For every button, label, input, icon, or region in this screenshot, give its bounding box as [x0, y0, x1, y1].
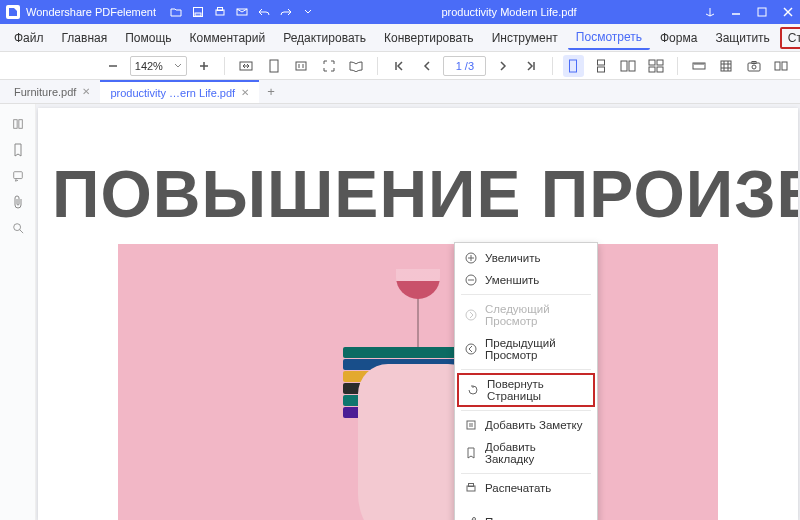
- minus-circle-icon: [465, 274, 477, 286]
- menu-edit[interactable]: Редактировать: [275, 27, 374, 49]
- menu-tool[interactable]: Инструмент: [484, 27, 566, 49]
- ctx-zoom-in[interactable]: Увеличить: [455, 247, 597, 269]
- arrow-right-circle-icon: [465, 309, 477, 321]
- zoom-out-button[interactable]: [102, 55, 124, 77]
- ctx-share[interactable]: Поделиться: [455, 511, 597, 520]
- ctx-next-view: Следующий Просмотр: [455, 298, 597, 332]
- svg-rect-34: [782, 62, 787, 70]
- add-tab-button[interactable]: +: [259, 80, 283, 103]
- svg-rect-23: [629, 61, 635, 71]
- tab-furniture[interactable]: Furniture.pdf ✕: [4, 80, 100, 103]
- menu-page[interactable]: Страница: [780, 27, 800, 49]
- menu-convert[interactable]: Конвертировать: [376, 27, 482, 49]
- zoom-select[interactable]: 142%: [130, 56, 187, 76]
- maximize-icon[interactable]: [756, 6, 768, 18]
- first-page-icon[interactable]: [388, 55, 410, 77]
- titlebar: Wondershare PDFelement productivity Mode…: [0, 0, 800, 24]
- close-tab-icon[interactable]: ✕: [241, 87, 249, 98]
- search-icon[interactable]: [12, 222, 24, 234]
- print-icon[interactable]: [214, 6, 226, 18]
- svg-rect-29: [721, 61, 731, 71]
- menu-comment[interactable]: Комментарий: [182, 27, 274, 49]
- tab-productivity[interactable]: productivity …ern Life.pdf ✕: [100, 80, 259, 103]
- rotate-icon: [467, 384, 479, 396]
- svg-rect-27: [657, 67, 663, 72]
- fullscreen-icon[interactable]: [318, 55, 340, 77]
- next-page-icon[interactable]: [492, 55, 514, 77]
- minimize-icon[interactable]: [730, 6, 742, 18]
- redo-icon[interactable]: [280, 6, 292, 18]
- two-page-cont-icon[interactable]: [645, 55, 667, 77]
- ctx-print[interactable]: Распечатать: [455, 477, 597, 499]
- open-icon[interactable]: [170, 6, 182, 18]
- prev-page-icon[interactable]: [416, 55, 438, 77]
- note-icon: [465, 419, 477, 431]
- ctx-zoom-out[interactable]: Уменшить: [455, 269, 597, 291]
- printer-icon: [465, 482, 477, 494]
- canvas[interactable]: ПОВЫШЕНИЕ ПРОИЗВОДИТЕЛЬНОСТ Увеличить Ум…: [36, 104, 800, 520]
- workspace: ПОВЫШЕНИЕ ПРОИЗВОДИТЕЛЬНОСТ Увеличить Ум…: [0, 104, 800, 520]
- ctx-add-note[interactable]: Добавить Заметку: [455, 414, 597, 436]
- svg-rect-22: [621, 61, 627, 71]
- ctx-rotate-pages[interactable]: Повернуть Страницы: [457, 373, 595, 407]
- svg-rect-16: [296, 62, 306, 70]
- ruler-icon[interactable]: [688, 55, 710, 77]
- chevron-down-icon[interactable]: [302, 6, 314, 18]
- menu-file[interactable]: Файл: [6, 27, 52, 49]
- continuous-icon[interactable]: [590, 55, 612, 77]
- svg-rect-6: [758, 8, 766, 16]
- document-image: [118, 244, 718, 520]
- ctx-add-bookmark[interactable]: Добавить Закладку: [455, 436, 597, 470]
- mail-icon[interactable]: [236, 6, 248, 18]
- titlebar-quick-actions: [170, 6, 314, 18]
- page-indicator[interactable]: 1 /3: [443, 56, 486, 76]
- last-page-icon[interactable]: [520, 55, 542, 77]
- svg-rect-24: [649, 60, 655, 65]
- thumbnails-icon[interactable]: [12, 118, 24, 130]
- svg-rect-3: [218, 8, 223, 11]
- menu-form[interactable]: Форма: [652, 27, 705, 49]
- svg-rect-19: [570, 60, 577, 72]
- svg-rect-25: [657, 60, 663, 65]
- attachments-icon[interactable]: [12, 196, 24, 208]
- svg-rect-20: [597, 60, 604, 65]
- fit-width-icon[interactable]: [235, 55, 257, 77]
- min-alt-icon[interactable]: [704, 6, 716, 18]
- svg-line-39: [19, 230, 22, 233]
- save-icon[interactable]: [192, 6, 204, 18]
- actual-size-icon[interactable]: [290, 55, 312, 77]
- share-icon: [465, 516, 477, 520]
- menu-home[interactable]: Главная: [54, 27, 116, 49]
- app-name: Wondershare PDFelement: [26, 6, 156, 18]
- screenshot-icon[interactable]: [743, 55, 765, 77]
- two-page-icon[interactable]: [618, 55, 640, 77]
- close-icon[interactable]: [782, 6, 794, 18]
- zoom-in-button[interactable]: [193, 55, 215, 77]
- plus-circle-icon: [465, 252, 477, 264]
- ctx-prev-view[interactable]: Предыдущий Просмотр: [455, 332, 597, 366]
- close-tab-icon[interactable]: ✕: [82, 86, 90, 97]
- context-menu: Увеличить Уменшить Следующий Просмотр Пр…: [454, 242, 598, 520]
- menu-view[interactable]: Посмотреть: [568, 26, 650, 50]
- svg-point-31: [752, 65, 756, 69]
- fit-page-icon[interactable]: [263, 55, 285, 77]
- document-tabs: Furniture.pdf ✕ productivity …ern Life.p…: [0, 80, 800, 104]
- view-toolbar: 142% 1 /3: [0, 52, 800, 80]
- svg-rect-21: [597, 67, 604, 72]
- arrow-left-circle-icon: [465, 343, 477, 355]
- svg-rect-44: [467, 421, 475, 429]
- single-page-icon[interactable]: [563, 55, 585, 77]
- svg-rect-37: [13, 172, 22, 179]
- reading-mode-icon[interactable]: [346, 55, 368, 77]
- menu-help[interactable]: Помощь: [117, 27, 179, 49]
- svg-point-43: [466, 344, 476, 354]
- undo-icon[interactable]: [258, 6, 270, 18]
- bookmark-icon[interactable]: [12, 144, 24, 156]
- grid-icon[interactable]: [715, 55, 737, 77]
- svg-point-42: [466, 310, 476, 320]
- annotations-icon[interactable]: [12, 170, 24, 182]
- compare-icon[interactable]: [770, 55, 792, 77]
- svg-rect-1: [195, 13, 201, 16]
- svg-rect-15: [270, 60, 278, 72]
- menu-protect[interactable]: Защитить: [707, 27, 777, 49]
